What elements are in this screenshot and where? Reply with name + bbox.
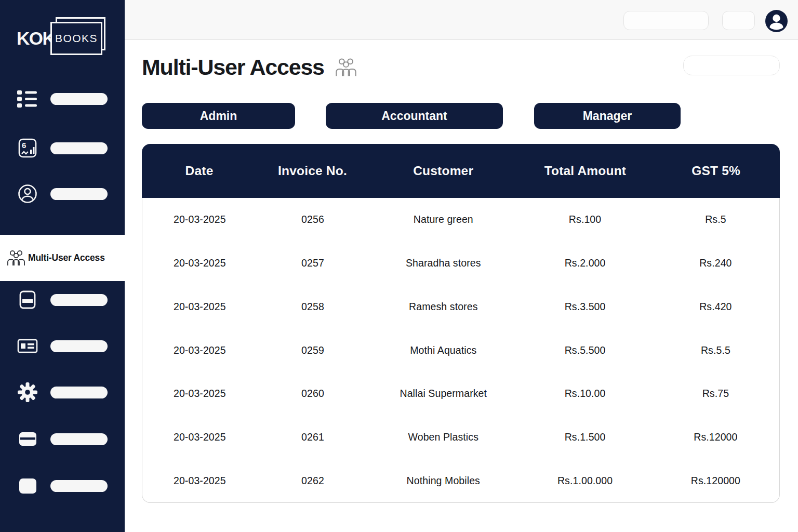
square-icon [16, 478, 39, 494]
brand-name-secondary: BOOKS [52, 23, 101, 54]
header-cell: Customer [368, 164, 518, 178]
page-search-field[interactable] [683, 56, 780, 75]
table-cell: Rs.1.00.000 [518, 475, 651, 487]
table-cell: Rs.420 [652, 301, 779, 313]
table-cell: 20-03-2025 [142, 431, 257, 443]
header-cell: GST 5% [652, 164, 780, 178]
table-row: 20-03-20250258Ramesh storesRs.3.500Rs.42… [142, 285, 779, 328]
nav-label-placeholder [50, 93, 108, 105]
nav-label-placeholder [50, 340, 108, 352]
table-cell: Nature green [368, 214, 518, 225]
table-cell: Rs.5.500 [518, 344, 651, 356]
sidebar-item-settings[interactable] [0, 378, 125, 407]
table-row: 20-03-20250256Nature greenRs.100Rs.5 [142, 198, 779, 242]
table-cell: 0261 [257, 431, 369, 443]
id-card-icon [16, 339, 39, 353]
table-cell: Rs.240 [652, 257, 779, 269]
table-cell: 0259 [257, 344, 369, 356]
nav-label-placeholder [50, 142, 108, 154]
nav-label-placeholder [50, 433, 108, 445]
table-cell: 20-03-2025 [142, 388, 257, 400]
table-cell: Rs.3.500 [518, 301, 651, 313]
gear-icon [16, 382, 39, 403]
sales-chart-icon: 6 [16, 138, 39, 158]
table-cell: Rs.10.00 [518, 388, 651, 400]
table-cell: 0257 [257, 257, 369, 269]
people-group-icon [334, 57, 358, 81]
sidebar-item-dashboard[interactable] [0, 84, 125, 113]
header-cell: Date [142, 164, 257, 178]
topbar [125, 0, 798, 40]
table-cell: Mothi Aquatics [368, 344, 518, 356]
table-cell: Rs.120000 [652, 475, 779, 487]
main-content: Multi-User Access Admin Accountant Manag… [125, 41, 798, 532]
table-row: 20-03-20250262Nothing MobilesRs.1.00.000… [142, 459, 779, 502]
user-avatar-icon[interactable] [765, 10, 788, 32]
role-button-group: Admin Accountant Manager [125, 103, 798, 129]
table-cell: 0256 [257, 214, 369, 225]
table-cell: Woben Plastics [368, 431, 518, 443]
list-icon [16, 90, 39, 108]
table-cell: 20-03-2025 [142, 257, 257, 269]
svg-text:6: 6 [22, 141, 26, 150]
manager-button[interactable]: Manager [534, 103, 681, 129]
sidebar-item-account[interactable] [0, 179, 125, 208]
table-cell: Rs.100 [518, 214, 651, 225]
sidebar-item-payments[interactable] [0, 285, 125, 314]
table-cell: Nallai Supermarket [368, 388, 518, 400]
topbar-search-field[interactable] [623, 11, 709, 30]
nav-label-placeholder [50, 387, 108, 398]
table-cell: Rs.12000 [652, 431, 779, 443]
table-cell: 20-03-2025 [142, 214, 257, 225]
account-icon [16, 184, 39, 204]
nav-label-placeholder [50, 188, 108, 200]
sidebar-item-contacts[interactable] [0, 331, 125, 361]
topbar-action-button[interactable] [722, 11, 755, 30]
table-cell: Rs.1.500 [518, 431, 651, 443]
people-group-icon [6, 249, 26, 268]
table-cell: 0260 [257, 388, 369, 400]
nav-label-placeholder [50, 480, 108, 492]
header-cell: Invoice No. [257, 164, 368, 178]
invoices-table: DateInvoice No.CustomerTotal AmountGST 5… [142, 144, 780, 503]
sidebar-item-misc[interactable] [0, 471, 125, 500]
sidebar-item-multi-user-access[interactable]: Multi-User Access [0, 235, 125, 281]
table-row: 20-03-20250260Nallai SupermarketRs.10.00… [142, 372, 779, 416]
table-cell: Ramesh stores [368, 301, 518, 313]
sidebar-item-label: Multi-User Access [28, 252, 105, 263]
sidebar-item-sales[interactable]: 6 [0, 134, 125, 163]
table-row: 20-03-20250261Woben PlasticsRs.1.500Rs.1… [142, 416, 779, 459]
nav-label-placeholder [50, 294, 108, 306]
table-cell: Nothing Mobiles [368, 475, 518, 487]
brand-logo: KOKA BOOKS [0, 0, 125, 68]
table-cell: 20-03-2025 [142, 301, 257, 313]
card-slot-icon [16, 290, 39, 309]
table-cell: Rs.75 [652, 388, 779, 400]
logo-frame-front: BOOKS [50, 22, 102, 55]
table-cell: 20-03-2025 [142, 344, 257, 356]
table-header-row: DateInvoice No.CustomerTotal AmountGST 5… [142, 144, 780, 198]
table-body: 20-03-20250256Nature greenRs.100Rs.520-0… [142, 198, 780, 503]
sidebar-item-cards[interactable] [0, 424, 125, 454]
page-title: Multi-User Access [142, 55, 324, 80]
sidebar: KOKA BOOKS 6 [0, 0, 125, 532]
table-row: 20-03-20250259Mothi AquaticsRs.5.500Rs.5… [142, 328, 779, 372]
table-cell: Rs.2.000 [518, 257, 651, 269]
table-cell: Rs.5.5 [652, 344, 779, 356]
accountant-button[interactable]: Accountant [326, 103, 503, 129]
header-cell: Total Amount [518, 164, 653, 178]
table-cell: Sharadha stores [368, 257, 518, 269]
admin-button[interactable]: Admin [142, 103, 295, 129]
striped-card-icon [16, 432, 39, 446]
table-cell: 0262 [257, 475, 369, 487]
table-cell: 20-03-2025 [142, 475, 257, 487]
table-row: 20-03-20250257Sharadha storesRs.2.000Rs.… [142, 242, 779, 285]
table-cell: 0258 [257, 301, 369, 313]
table-cell: Rs.5 [652, 214, 779, 225]
